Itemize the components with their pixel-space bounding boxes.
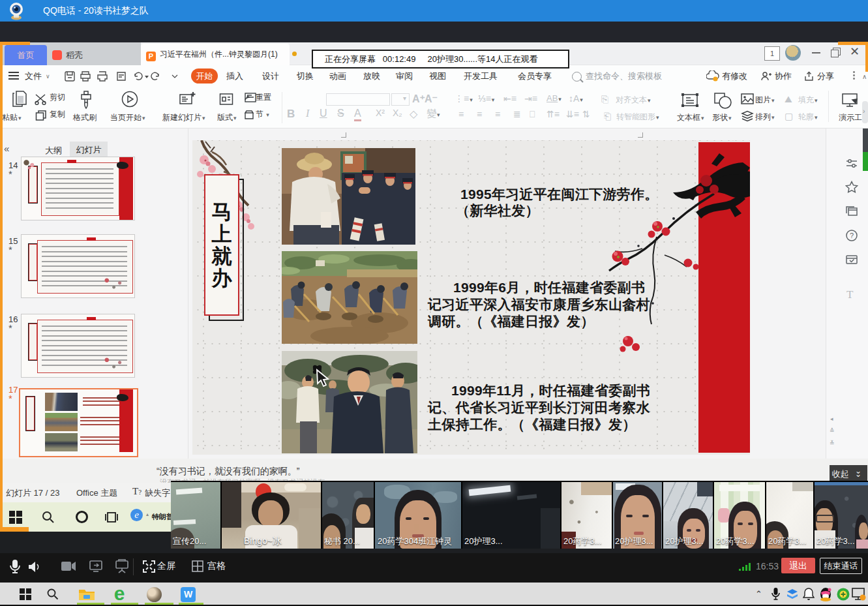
svg-text:?: ? [850, 232, 854, 239]
